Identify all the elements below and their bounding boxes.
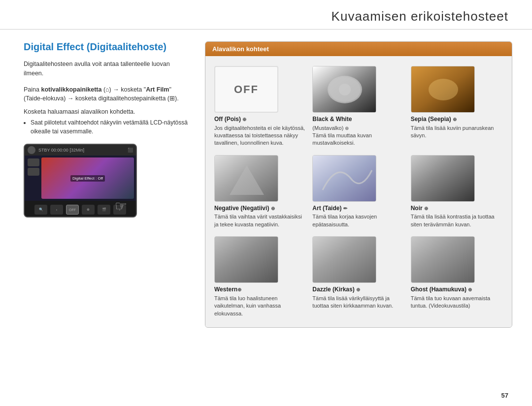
- effect-thumb-sepia: [411, 66, 475, 113]
- svg-point-4: [429, 79, 458, 100]
- effect-item-negative: Negative (Negatiivi) ⊕ Tämä tila vaihtaa…: [211, 151, 309, 232]
- svg-rect-11: [411, 237, 475, 283]
- camera-preview: STBY 00:00:00 [32Min] ⬛ Digital Effect :…: [24, 144, 137, 218]
- touch-text: Kosketa haluamaasi alavalikon kohdetta.: [24, 108, 191, 115]
- effects-panel: Alavalikon kohteet OFF Off (Pois) ⊕ Jos …: [205, 41, 512, 328]
- effect-name-bw: Black & White: [312, 116, 352, 124]
- effect-desc-bw: (Mustavalko) ⊕Tämä tila muuttaa kuvan mu…: [312, 125, 404, 147]
- off-icon: ⊕: [242, 116, 246, 123]
- bullet-item: Saat piilotetut vaihtoehdot näkyviin vet…: [31, 118, 191, 136]
- effect-thumb-noir: [411, 155, 475, 202]
- cam-btn-left[interactable]: ‹: [50, 205, 63, 215]
- cam-icon: [28, 146, 35, 154]
- negative-svg: [215, 156, 278, 202]
- camera-top-bar: STBY 00:00:00 [32Min] ⬛: [25, 145, 136, 156]
- effect-item-noir: Noir ⊕ Tämä tila lisää kontrastia ja tuo…: [408, 151, 506, 232]
- effect-item-western: Western⊕ Tämä tila luo haalistuneen vaik…: [211, 232, 309, 321]
- effect-name-dazzle: Dazzle (Kirkas) ⊕: [312, 286, 360, 294]
- effect-desc-negative: Tämä tila vaihtaa värit vastakkaisiksi j…: [214, 213, 306, 228]
- svg-point-2: [339, 84, 351, 95]
- effect-name-ghost: Ghost (Haamukuva) ⊕: [411, 286, 472, 294]
- instruction-text: Paina kotivalikkopainiketta (⌂) → kosket…: [24, 85, 191, 104]
- camera-left-side: [27, 157, 41, 199]
- bw-svg: [313, 66, 376, 113]
- western-svg: [215, 237, 278, 283]
- cam-batt: ⬛: [128, 148, 133, 153]
- cam-btn-bw[interactable]: ⊕: [82, 205, 95, 215]
- effect-desc-dazzle: Tämä tila lisää värikylläisyyttä ja tuot…: [312, 295, 404, 310]
- effect-item-art: Art (Taide) ✏ Tämä tilaa korjaa kasvojen…: [309, 151, 407, 232]
- effect-desc-art: Tämä tilaa korjaa kasvojen epätasaisuutt…: [312, 213, 404, 228]
- bullet-list: Saat piilotetut vaihtoehdot näkyviin vet…: [24, 118, 191, 136]
- effect-desc-sepia: Tämä tila lisää kuviin punaruskean sävyn…: [411, 125, 503, 140]
- effect-item-sepia: Sepia (Seepia) ⊕ Tämä tila lisää kuviin …: [408, 62, 506, 151]
- cam-side-btn-2: [28, 168, 39, 176]
- effect-item-off: OFF Off (Pois) ⊕ Jos digitaalitehosteita…: [211, 62, 309, 151]
- effect-desc-off: Jos digitaalitehosteita ei ole käytössä,…: [214, 125, 306, 147]
- effects-panel-header: Alavalikon kohteet: [205, 42, 512, 56]
- ghost-svg: [411, 237, 475, 283]
- effect-thumb-ghost: [411, 236, 475, 283]
- camera-bottom-bar: 🔍 ‹ OFF ⊕ 🎬 › ☞: [25, 201, 136, 218]
- effect-thumb-negative: [214, 155, 278, 202]
- effect-item-bw: Black & White (Mustavalko) ⊕Tämä tila mu…: [309, 62, 407, 151]
- right-column: Alavalikon kohteet OFF Off (Pois) ⊕ Jos …: [205, 41, 512, 391]
- effect-thumb-bw: [312, 66, 376, 113]
- section-title: Digital Effect (Digitaalitehoste): [24, 41, 191, 53]
- svg-rect-8: [411, 156, 475, 202]
- cam-top-text: STBY 00:00:00 [32Min]: [38, 148, 84, 153]
- effect-label: Digital Effect : Off: [70, 175, 105, 182]
- effect-name-negative: Negative (Negatiivi) ⊕: [214, 205, 275, 213]
- effect-desc-noir: Tämä tila lisää kontrastia ja tuottaa si…: [411, 213, 503, 228]
- svg-rect-0: [313, 66, 376, 113]
- effect-name-sepia: Sepia (Seepia) ⊕: [411, 116, 457, 124]
- effect-name-western: Western⊕: [214, 286, 241, 294]
- left-column: Digital Effect (Digitaalitehoste) Digita…: [24, 41, 191, 391]
- effect-thumb-off: OFF: [214, 66, 278, 113]
- page-header: Kuvaamisen erikoistehosteet: [0, 0, 532, 30]
- svg-rect-10: [313, 237, 376, 283]
- effect-thumb-western: [214, 236, 278, 283]
- page-number: 57: [501, 392, 508, 399]
- art-svg: [313, 156, 376, 202]
- cam-btn-film[interactable]: 🎬: [98, 205, 110, 215]
- effects-grid: OFF Off (Pois) ⊕ Jos digitaalitehosteita…: [205, 56, 512, 327]
- effect-thumb-dazzle: [312, 236, 376, 283]
- cam-side-btn-1: [28, 158, 39, 166]
- effect-name-noir: Noir ⊕: [411, 205, 428, 213]
- cam-btn-off[interactable]: OFF: [66, 205, 79, 215]
- effect-item-ghost: Ghost (Haamukuva) ⊕ Tämä tila tuo kuvaan…: [408, 232, 506, 321]
- effect-desc-ghost: Tämä tila tuo kuvaan aavemaista tuntua. …: [411, 295, 503, 310]
- hand-cursor-icon: ☞: [115, 198, 127, 214]
- main-content: Digital Effect (Digitaalitehoste) Digita…: [0, 30, 532, 401]
- dazzle-svg: [313, 237, 376, 283]
- svg-rect-9: [215, 237, 278, 283]
- cam-btn-zoom-out[interactable]: 🔍: [34, 205, 47, 215]
- page-title: Kuvaamisen erikoistehosteet: [24, 9, 508, 24]
- camera-screen: Digital Effect : Off: [41, 157, 134, 199]
- noir-svg: [411, 156, 475, 202]
- off-label: OFF: [234, 83, 259, 96]
- camera-body: Digital Effect : Off: [25, 156, 136, 201]
- effect-name-art: Art (Taide) ✏: [312, 205, 347, 213]
- effect-item-dazzle: Dazzle (Kirkas) ⊕ Tämä tila lisää väriky…: [309, 232, 407, 321]
- effect-desc-western: Tämä tila luo haalistuneen vaikutelman, …: [214, 295, 306, 317]
- svg-point-1: [329, 77, 361, 102]
- effect-thumb-art: [312, 155, 376, 202]
- sepia-svg: [411, 66, 475, 113]
- effect-name-off: Off (Pois) ⊕: [214, 116, 246, 124]
- intro-text: Digitaalitehosteen avulla voit antaa tal…: [24, 60, 191, 78]
